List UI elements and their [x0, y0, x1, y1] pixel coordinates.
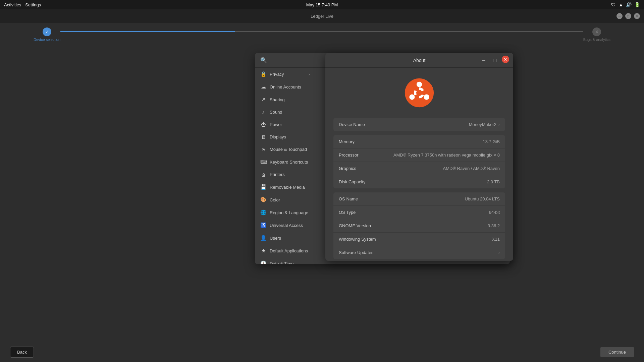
topbar-datetime: May 15 7:40 PM: [306, 2, 338, 7]
memory-label: Memory: [339, 139, 355, 144]
continue-button[interactable]: Continue: [600, 347, 634, 357]
settings-search-button[interactable]: 🔍: [259, 56, 268, 65]
os-type-row: OS Type 64-bit: [333, 206, 505, 219]
sidebar-item-sharing[interactable]: ↗Sharing: [255, 93, 315, 106]
about-header-controls: ─ □ ✕: [479, 56, 509, 65]
software-updates-row[interactable]: Software Updates ›: [333, 246, 505, 259]
svg-point-2: [417, 82, 422, 87]
device-name-label: Device Name: [339, 122, 365, 127]
displays-icon: 🖥: [260, 134, 266, 140]
memory-value: 13.7 GiB: [483, 139, 500, 144]
date-time-label: Date & Time: [270, 261, 294, 264]
wizard-step-4-circle: 4: [592, 27, 601, 36]
sidebar-item-displays[interactable]: 🖥Displays: [255, 131, 315, 143]
battery-icon: 🔋: [634, 2, 640, 7]
ledger-title: Ledger Live: [311, 14, 333, 19]
gnome-label: GNOME Version: [339, 223, 371, 228]
os-name-label: OS Name: [339, 196, 358, 201]
sidebar-item-printers[interactable]: 🖨Printers: [255, 168, 315, 181]
os-name-row: OS Name Ubuntu 20.04 LTS: [333, 192, 505, 206]
sidebar-item-region-language[interactable]: 🌐Region & Language: [255, 206, 315, 219]
windowing-value: X11: [492, 237, 500, 242]
os-section: OS Name Ubuntu 20.04 LTS OS Type 64-bit …: [333, 192, 505, 259]
about-header: About ─ □ ✕: [325, 53, 513, 68]
sidebar-item-mouse-touchpad[interactable]: 🖱Mouse & Touchpad: [255, 143, 315, 156]
wizard-line-3: [409, 31, 583, 32]
graphics-value: AMD® Raven / AMD® Raven: [443, 166, 500, 171]
windowing-label: Windowing System: [339, 237, 376, 242]
device-name-chevron: ›: [498, 122, 500, 127]
ledger-minimize-button[interactable]: ─: [616, 13, 623, 19]
os-name-value: Ubuntu 20.04 LTS: [465, 196, 500, 201]
privacy-icon: 🔒: [260, 71, 266, 77]
about-content: Device Name MoneyMaker2 › Memory 13.7 Gi…: [325, 68, 513, 261]
volume-icon: 🔊: [626, 2, 632, 7]
graphics-label: Graphics: [339, 166, 356, 171]
power-label: Power: [270, 122, 282, 127]
printers-label: Printers: [270, 172, 285, 177]
ledger-close-button[interactable]: ✕: [634, 13, 640, 19]
default-applications-icon: ★: [260, 248, 266, 254]
disk-row: Disk Capacity 2.0 TB: [333, 175, 505, 188]
sharing-label: Sharing: [270, 97, 285, 102]
mouse-touchpad-icon: 🖱: [260, 146, 266, 152]
sidebar-item-color[interactable]: 🎨Color: [255, 193, 315, 206]
keyboard-shortcuts-label: Keyboard Shortcuts: [270, 160, 308, 165]
sidebar-item-users[interactable]: 👤Users: [255, 232, 315, 244]
displays-label: Displays: [270, 134, 286, 139]
ubuntu-logo-svg: [404, 78, 434, 108]
software-updates-label: Software Updates: [339, 250, 373, 255]
about-minimize-button[interactable]: ─: [479, 56, 488, 65]
system-topbar: Activities Settings May 15 7:40 PM 🛡 ▲ 🔊…: [0, 0, 644, 9]
sidebar-item-universal-access[interactable]: ♿Universal Access: [255, 219, 315, 232]
sound-label: Sound: [270, 110, 282, 115]
privacy-label: Privacy: [270, 72, 284, 77]
bottom-bar: Back Continue: [0, 342, 644, 362]
hardware-section: Memory 13.7 GiB Processor AMD® Ryzen 7 3…: [333, 135, 505, 188]
settings-menu[interactable]: Settings: [25, 2, 41, 7]
sharing-icon: ↗: [260, 97, 266, 103]
shield-icon: 🛡: [611, 2, 616, 7]
disk-label: Disk Capacity: [339, 179, 365, 184]
ledger-maximize-button[interactable]: □: [625, 13, 631, 19]
os-type-label: OS Type: [339, 210, 356, 215]
wizard-line-1: [60, 31, 235, 32]
sidebar-item-keyboard-shortcuts[interactable]: ⌨Keyboard Shortcuts: [255, 156, 315, 168]
wizard-line-2: [235, 31, 409, 32]
about-close-button[interactable]: ✕: [502, 56, 509, 63]
processor-value: AMD® Ryzen 7 3750h with radeon vega mobi…: [393, 153, 500, 158]
software-updates-chevron: ›: [498, 250, 500, 255]
sidebar-item-default-applications[interactable]: ★Default Applications: [255, 244, 315, 257]
online-accounts-icon: ☁: [260, 84, 266, 90]
universal-access-label: Universal Access: [270, 223, 303, 228]
mouse-touchpad-label: Mouse & Touchpad: [270, 147, 307, 152]
ledger-titlebar: Ledger Live ─ □ ✕: [0, 9, 644, 23]
sidebar-item-sound[interactable]: ♪Sound: [255, 106, 315, 118]
sidebar-item-power[interactable]: ⏻Power: [255, 118, 315, 131]
printers-icon: 🖨: [260, 172, 266, 177]
device-name-value: MoneyMaker2 ›: [469, 122, 500, 127]
windowing-row: Windowing System X11: [333, 233, 505, 246]
power-icon: ⏻: [260, 122, 266, 127]
wizard-step-4: 4 Bugs & analytics: [583, 27, 610, 42]
users-icon: 👤: [260, 235, 266, 241]
about-maximize-button[interactable]: □: [490, 56, 500, 65]
svg-point-4: [424, 95, 429, 100]
processor-row: Processor AMD® Ryzen 7 3750h with radeon…: [333, 148, 505, 162]
sidebar-item-privacy[interactable]: 🔒Privacy›: [255, 68, 315, 80]
disk-value: 2.0 TB: [487, 179, 500, 184]
gnome-row: GNOME Version 3.36.2: [333, 219, 505, 233]
region-language-icon: 🌐: [260, 209, 266, 216]
sidebar-item-date-time[interactable]: 🕐Date & Time: [255, 257, 315, 264]
sidebar-item-online-accounts[interactable]: ☁Online Accounts: [255, 80, 315, 93]
activities-button[interactable]: Activities: [4, 2, 21, 7]
sidebar-item-removable-media[interactable]: 💾Removable Media: [255, 181, 315, 193]
wizard-step-1-circle: ✓: [43, 27, 51, 36]
color-label: Color: [270, 197, 280, 202]
main-area: ✓ Device selection 4 Bugs & analytics 🔍 …: [0, 23, 644, 362]
about-title: About: [413, 58, 426, 63]
back-button[interactable]: Back: [10, 347, 34, 358]
about-window: About ─ □ ✕: [325, 53, 513, 261]
os-type-value: 64-bit: [489, 210, 500, 215]
device-name-row[interactable]: Device Name MoneyMaker2 ›: [333, 118, 505, 131]
